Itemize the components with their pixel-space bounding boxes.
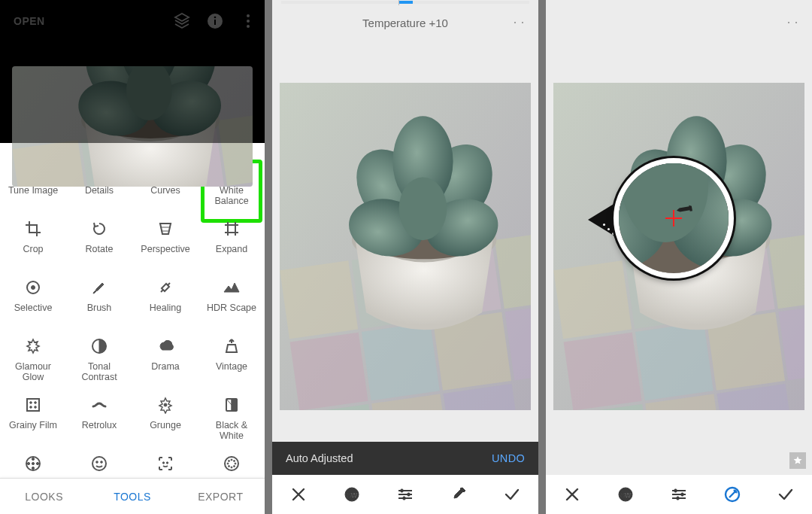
snackbar-text: Auto Adjusted — [286, 452, 353, 464]
layers-icon[interactable] — [173, 12, 191, 30]
svg-point-59 — [36, 462, 38, 464]
healing-icon — [156, 278, 174, 297]
svg-point-31 — [214, 17, 217, 19]
eyedropper-circle-button[interactable] — [712, 475, 753, 514]
svg-point-62 — [96, 461, 98, 464]
cancel-button[interactable] — [552, 475, 592, 514]
param-readout: Temperature +10 — [272, 17, 538, 29]
drama-icon — [156, 337, 174, 355]
tool-label: Retrolux — [82, 420, 117, 430]
tool-label: HDR Scape — [207, 303, 256, 313]
tonal-contrast-icon — [90, 337, 108, 355]
svg-point-56 — [32, 458, 34, 460]
tool-selective[interactable]: Selective — [0, 275, 66, 334]
svg-point-57 — [32, 467, 34, 469]
grainy-film-icon — [24, 396, 42, 414]
tool-label: Expand — [216, 244, 247, 254]
edit-bottom-bar — [272, 475, 538, 514]
tool-grainy-film[interactable]: Grainy Film — [0, 393, 66, 452]
tool-crop[interactable]: Crop — [0, 217, 66, 275]
adjust-button[interactable] — [659, 475, 699, 514]
tool-glamour-glow[interactable]: GlamourGlow — [0, 334, 66, 393]
svg-point-34 — [247, 25, 250, 28]
tool-perspective[interactable]: Perspective — [132, 217, 198, 275]
tool-label: Grunge — [150, 420, 181, 430]
black-white-icon — [223, 396, 241, 414]
screen-tools-panel: OPEN Tune ImageDetailsCurvesWBWhiteBalan… — [0, 0, 265, 514]
svg-point-32 — [247, 14, 250, 17]
tool-label: Healing — [150, 303, 181, 313]
tool-label: GlamourGlow — [15, 361, 51, 383]
compare-button[interactable] — [510, 14, 528, 35]
tool-grunge[interactable]: Grunge — [132, 393, 198, 452]
tool-label: Selective — [14, 303, 53, 313]
svg-point-46 — [32, 286, 35, 290]
retrolux-icon — [90, 396, 108, 414]
screen-white-balance-slider: Temperature +10 Auto Adjusted UNDO — [272, 0, 538, 514]
svg-point-51 — [30, 406, 32, 409]
tool-vintage[interactable]: Vintage — [198, 334, 265, 393]
compare-button[interactable] — [783, 14, 801, 35]
tool-face[interactable] — [66, 452, 132, 473]
crop-icon — [24, 220, 42, 238]
tool-circle-pattern[interactable] — [198, 452, 265, 473]
tool-tonal-contrast[interactable]: TonalContrast — [66, 334, 132, 393]
svg-point-70 — [235, 463, 236, 464]
tool-label: Details — [85, 185, 114, 196]
tool-face-scan[interactable] — [132, 452, 198, 473]
tool-retrolux[interactable]: Retrolux — [66, 393, 132, 452]
apply-button[interactable] — [492, 475, 532, 514]
brush-icon — [90, 278, 108, 297]
tool-rotate[interactable]: Rotate — [66, 217, 132, 275]
photo-canvas[interactable] — [553, 83, 804, 410]
app-header: OPEN — [0, 0, 265, 42]
photo-thumbnail[interactable] — [12, 66, 253, 187]
tool-label: Crop — [23, 244, 43, 254]
screen-white-balance-eyedropper — [546, 0, 812, 514]
svg-point-67 — [231, 459, 232, 461]
auto-wb-button[interactable] — [332, 475, 372, 514]
bottom-tabs: LOOKSTOOLSEXPORT — [0, 478, 265, 514]
svg-point-73 — [229, 466, 230, 467]
tab-export[interactable]: EXPORT — [177, 479, 265, 514]
snackbar: Auto Adjusted UNDO — [272, 442, 538, 475]
auto-wb-button[interactable] — [605, 475, 646, 514]
info-icon[interactable] — [206, 12, 224, 30]
tool-label: Brush — [87, 303, 112, 313]
tool-label: TonalContrast — [81, 361, 117, 383]
tool-label: Curves — [150, 185, 180, 196]
glamour-glow-icon — [24, 337, 42, 355]
param-slider[interactable] — [281, 0, 529, 5]
tab-looks[interactable]: LOOKS — [0, 479, 88, 514]
favorite-badge[interactable] — [789, 452, 806, 469]
svg-point-65 — [166, 462, 168, 464]
tool-brush[interactable]: Brush — [66, 275, 132, 334]
tool-black-white[interactable]: Black &White — [198, 393, 265, 452]
tools-grid: Tune ImageDetailsCurvesWBWhiteBalanceCro… — [0, 143, 265, 478]
tool-healing[interactable]: Healing — [132, 275, 198, 334]
eyedropper-button[interactable] — [438, 475, 479, 514]
undo-button[interactable]: UNDO — [492, 452, 525, 464]
tool-expand[interactable]: Expand — [198, 217, 265, 275]
open-button[interactable]: OPEN — [14, 15, 45, 27]
svg-point-61 — [92, 457, 106, 470]
svg-point-52 — [35, 406, 37, 409]
tool-drama[interactable]: Drama — [132, 334, 198, 393]
tool-label: WhiteBalance — [214, 185, 248, 207]
face-scan-icon — [156, 455, 174, 473]
svg-point-50 — [35, 402, 37, 404]
photo-canvas[interactable] — [280, 83, 531, 410]
apply-button[interactable] — [765, 475, 806, 514]
rotate-icon — [90, 220, 108, 238]
adjust-button[interactable] — [385, 475, 426, 514]
svg-point-53 — [164, 403, 167, 406]
tool-hdr-scape[interactable]: HDR Scape — [198, 275, 265, 334]
hdr-scape-icon — [223, 278, 241, 297]
tab-tools[interactable]: TOOLS — [88, 479, 176, 514]
tool-film-reel[interactable] — [0, 452, 66, 473]
tool-label: Tune Image — [8, 185, 58, 196]
cancel-button[interactable] — [278, 475, 319, 514]
tool-label: Black &White — [216, 420, 247, 442]
more-icon[interactable] — [239, 12, 257, 30]
svg-point-64 — [162, 462, 164, 464]
